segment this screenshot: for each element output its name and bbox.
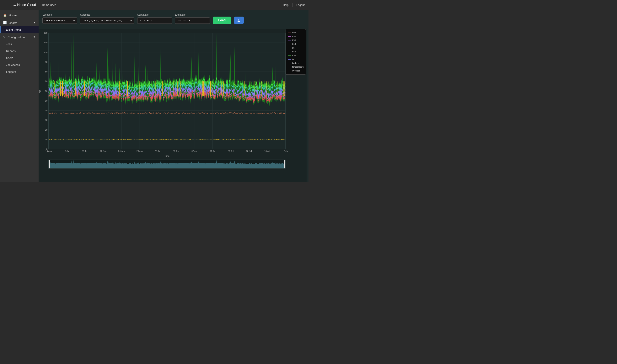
legend-label: max xyxy=(292,54,296,58)
legend-color xyxy=(288,44,291,44)
legend-color xyxy=(288,48,291,48)
logo-icon: ☁ xyxy=(13,3,16,7)
legend-label: temperature xyxy=(292,65,304,69)
sidebar: 🏠 Home 📊 Charts ▼ Client Demo ⚙ Configur… xyxy=(0,10,39,182)
svg-rect-0 xyxy=(238,21,240,22)
jobs-label: Jobs xyxy=(6,43,12,46)
controls-bar: Location Conference Room Statistics 15mi… xyxy=(39,10,308,27)
menu-icon[interactable]: ☰ xyxy=(4,3,7,7)
legend-color xyxy=(288,33,291,33)
sidebar-item-home[interactable]: 🏠 Home xyxy=(0,12,39,19)
legend-color xyxy=(288,52,291,52)
sidebar-charts-label: Charts xyxy=(9,21,17,25)
legend-label: L50 xyxy=(292,39,296,42)
sidebar-item-jobs[interactable]: Jobs xyxy=(0,41,39,48)
start-date-input[interactable] xyxy=(137,17,172,24)
legend-label: battery xyxy=(292,61,299,65)
location-select[interactable]: Conference Room xyxy=(42,17,77,24)
sidebar-home-label: Home xyxy=(9,14,17,17)
legend-item-overload: overload xyxy=(288,69,304,73)
chart-legend: L95L90L50L10L5minmaxleqbatterytemperatur… xyxy=(286,29,306,75)
statistics-select[interactable]: 15min, A, Fast, Percentiles: 95 ,90 , xyxy=(80,17,134,24)
legend-label: overload xyxy=(292,69,300,73)
sidebar-item-reports[interactable]: Reports xyxy=(0,48,39,54)
location-label: Location xyxy=(42,13,77,16)
config-chevron: ▼ xyxy=(33,36,36,38)
legend-label: L10 xyxy=(292,42,296,46)
end-date-group: End Date xyxy=(175,13,210,24)
chart-container: L95L90L50L10L5minmaxleqbatterytemperatur… xyxy=(39,27,308,182)
statistics-label: Statistics xyxy=(80,13,134,16)
sidebar-config-section[interactable]: ⚙ Configuration ▼ xyxy=(0,33,39,41)
legend-label: min xyxy=(292,50,296,54)
sidebar-charts-section[interactable]: 📊 Charts ▼ xyxy=(0,19,39,26)
username-label: Demo User xyxy=(42,3,56,7)
main-layout: 🏠 Home 📊 Charts ▼ Client Demo ⚙ Configur… xyxy=(0,10,308,182)
sidebar-config-label: Configuration xyxy=(8,36,25,39)
legend-label: L95 xyxy=(292,31,296,35)
client-demo-label: Client Demo xyxy=(6,28,21,31)
users-label: Users xyxy=(6,56,13,60)
start-date-label: Start Date xyxy=(137,13,172,16)
sidebar-charts-left: 📊 Charts xyxy=(3,21,17,25)
legend-color xyxy=(288,67,291,67)
sidebar-config-left: ⚙ Configuration xyxy=(3,35,25,39)
job-access-label: Job Access xyxy=(6,63,20,66)
charts-icon: 📊 xyxy=(3,21,7,25)
location-group: Location Conference Room xyxy=(42,13,77,24)
legend-color xyxy=(288,36,291,37)
legend-color xyxy=(288,71,291,71)
end-date-input[interactable] xyxy=(175,17,210,24)
legend-item-min: min xyxy=(288,50,304,54)
app-header: ☰ ☁ Noise Cloud Demo User Help Logout xyxy=(0,0,308,10)
start-date-group: Start Date xyxy=(137,13,172,24)
reports-label: Reports xyxy=(6,50,16,52)
header-right: Help Logout xyxy=(283,3,305,7)
legend-item-l5: L5 xyxy=(288,46,304,50)
content-area: Location Conference Room Statistics 15mi… xyxy=(39,10,308,182)
sidebar-item-job-access[interactable]: Job Access xyxy=(0,62,39,68)
sidebar-item-client-demo[interactable]: Client Demo xyxy=(0,26,39,33)
help-link[interactable]: Help xyxy=(283,3,288,7)
statistics-group: Statistics 15min, A, Fast, Percentiles: … xyxy=(80,13,134,24)
header-divider xyxy=(10,2,10,8)
end-date-label: End Date xyxy=(175,13,210,16)
legend-item-l50: L50 xyxy=(288,39,304,42)
sidebar-item-users[interactable]: Users xyxy=(0,54,39,62)
legend-item-temperature: temperature xyxy=(288,65,304,69)
header-right-divider xyxy=(292,3,293,7)
load-button[interactable]: Load xyxy=(213,17,231,24)
legend-label: leq xyxy=(292,58,295,62)
legend-item-l95: L95 xyxy=(288,31,304,35)
legend-color xyxy=(288,59,291,60)
download-icon xyxy=(237,18,241,22)
sidebar-item-loggers[interactable]: Loggers xyxy=(0,68,39,75)
config-icon: ⚙ xyxy=(3,35,6,39)
legend-color xyxy=(288,63,291,63)
legend-item-l90: L90 xyxy=(288,35,304,39)
app-name: Noise Cloud xyxy=(17,3,36,7)
header-user-divider xyxy=(39,3,39,7)
loggers-label: Loggers xyxy=(6,70,16,73)
legend-label: L90 xyxy=(292,35,296,39)
charts-chevron: ▼ xyxy=(33,21,36,24)
legend-item-l10: L10 xyxy=(288,42,304,46)
download-button[interactable] xyxy=(234,17,244,24)
legend-label: L5 xyxy=(292,46,295,50)
logout-link[interactable]: Logout xyxy=(296,3,305,7)
legend-color xyxy=(288,40,291,40)
legend-item-max: max xyxy=(288,54,304,58)
main-chart xyxy=(39,29,307,182)
legend-item-leq: leq xyxy=(288,58,304,62)
legend-color xyxy=(288,55,291,56)
legend-item-battery: battery xyxy=(288,61,304,65)
home-icon: 🏠 xyxy=(3,13,7,17)
